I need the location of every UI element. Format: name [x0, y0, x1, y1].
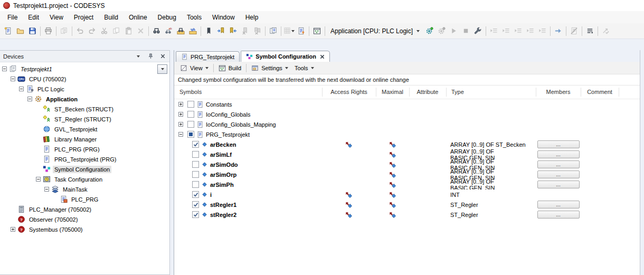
members-button[interactable]: ...	[537, 211, 580, 219]
device-tree-item-gvl-testprojekt[interactable]: GVL_Testprojekt	[0, 124, 169, 134]
messages-button[interactable]	[267, 25, 279, 37]
replace-button[interactable]: ab	[163, 25, 175, 37]
symbol-row-arsimorp[interactable]: arSimOrpARRAY [0..9] OF BASIC.GEN_SIN...	[174, 169, 640, 179]
collapse-icon[interactable]	[11, 77, 15, 81]
pin-icon[interactable]	[147, 53, 154, 60]
bookmark-clear-all-button[interactable]	[251, 25, 263, 37]
compile-button[interactable]	[283, 25, 295, 37]
menu-file[interactable]: File	[2, 12, 23, 23]
save-button[interactable]	[26, 25, 39, 37]
menu-project[interactable]: Project	[69, 12, 99, 23]
bookmark-previous-button[interactable]	[227, 25, 239, 37]
stop-button[interactable]	[460, 25, 472, 37]
column-header-attribute[interactable]: Attribute	[409, 86, 446, 99]
new-project-button[interactable]	[2, 25, 14, 37]
view-menu-button[interactable]: View	[177, 63, 212, 73]
collapse-icon[interactable]	[2, 67, 7, 71]
tab-prg-testprojekt[interactable]: PRG_Testprojekt	[176, 51, 240, 62]
redo-button[interactable]	[86, 25, 98, 37]
collapse-icon[interactable]	[178, 132, 183, 137]
column-header-members[interactable]: Members	[536, 86, 581, 99]
symbol-checkbox-unchecked[interactable]	[192, 171, 199, 178]
menu-online[interactable]: Online	[124, 12, 153, 23]
collapse-icon[interactable]	[19, 87, 24, 91]
device-tree-item-plc-prg-prg[interactable]: PLC_PRG (PRG)	[0, 144, 169, 154]
step-over-button[interactable]	[488, 25, 500, 37]
members-button[interactable]: ...	[537, 160, 580, 168]
device-tree-item-st-regler-struct[interactable]: ST_Regler (STRUCT)	[0, 114, 169, 124]
symbol-row-prg-testprojekt[interactable]: PRG_Testprojekt	[174, 129, 640, 139]
start-button[interactable]	[448, 25, 460, 37]
menu-help[interactable]: Help	[240, 12, 264, 23]
symbol-row-stregler2[interactable]: stRegler2ST_Regler...	[174, 210, 640, 220]
device-tree-item-prg-testprojekt-prg[interactable]: PRG_Testprojekt (PRG)	[0, 154, 169, 164]
step-into-button[interactable]	[500, 25, 512, 37]
symbol-row-arsimph[interactable]: arSimPhARRAY [0..9] OF BASIC.GEN_SIN...	[174, 179, 640, 189]
tab-symbol-configuration[interactable]: Symbol Configuration	[241, 51, 330, 62]
delete-button[interactable]	[135, 25, 147, 37]
symbol-row-arbecken[interactable]: arBeckenARRAY [0..9] OF ST_Becken...	[174, 139, 640, 149]
device-tree-item-testprojekt1[interactable]: Testprojekt1	[0, 64, 169, 74]
symbol-checkbox-partial[interactable]	[187, 131, 194, 138]
close-icon[interactable]	[320, 54, 325, 59]
print-button[interactable]	[42, 25, 54, 37]
menu-build[interactable]: Build	[99, 12, 124, 23]
paste-button[interactable]	[122, 25, 135, 37]
symbol-checkbox-checked[interactable]	[192, 201, 199, 208]
generate-boot-application-button[interactable]	[295, 25, 307, 37]
members-button[interactable]: ...	[537, 201, 580, 208]
expand-icon[interactable]	[178, 122, 183, 127]
step-out-button[interactable]	[512, 25, 524, 37]
copy-button[interactable]	[110, 25, 122, 37]
undo-button[interactable]	[74, 25, 86, 37]
collapse-icon[interactable]	[27, 97, 32, 101]
application-selector[interactable]: Application [CPU: PLC Logic]	[327, 25, 423, 37]
device-selector-dropdown-button[interactable]	[157, 64, 167, 74]
device-tree-item-application[interactable]: Application	[0, 94, 169, 104]
device-tree-item-library-manager[interactable]: Library Manager	[0, 134, 169, 144]
menu-edit[interactable]: Edit	[23, 12, 44, 23]
symbol-row-stregler1[interactable]: stRegler1ST_Regler...	[174, 200, 640, 210]
members-button[interactable]: ...	[537, 150, 580, 158]
device-tree-item-maintask[interactable]: MainTask	[0, 184, 169, 194]
device-tree-item-symbol-configuration[interactable]: Symbol Configuration	[0, 164, 169, 174]
members-button[interactable]: ...	[537, 140, 580, 148]
column-header-type[interactable]: Type	[446, 86, 536, 99]
symbol-checkbox-unchecked[interactable]	[187, 111, 194, 118]
cut-button[interactable]	[98, 25, 110, 37]
settings-menu-button[interactable]: Settings	[248, 63, 291, 73]
device-tree-item-plc-prg[interactable]: PLC_PRG	[0, 194, 169, 204]
open-project-button[interactable]	[14, 25, 26, 37]
bookmark-next-button[interactable]	[215, 25, 227, 37]
expand-icon[interactable]	[178, 112, 183, 117]
devices-dropdown-button[interactable]	[135, 53, 142, 60]
tools-menu-button[interactable]: Tools	[291, 64, 317, 72]
collapse-icon[interactable]	[36, 177, 41, 182]
symbol-checkbox-checked[interactable]	[192, 211, 199, 218]
device-tree-item-systembus-705000[interactable]: ?Systembus (705000)	[0, 224, 169, 234]
symbol-row-arsimodo[interactable]: arSimOdoARRAY [0..9] OF BASIC.GEN_SIN...	[174, 159, 640, 169]
set-next-statement-button[interactable]	[536, 25, 548, 37]
menu-window[interactable]: Window	[207, 12, 240, 23]
symbol-row-ioconfig-globals[interactable]: IoConfig_Globals	[174, 109, 640, 119]
device-tree-item-plc-manager-705002[interactable]: PLC_Manager (705002)	[0, 204, 169, 214]
symbol-checkbox-checked[interactable]	[192, 141, 199, 148]
symbol-checkbox-unchecked[interactable]	[192, 161, 199, 168]
devices-close-button[interactable]	[159, 53, 166, 60]
device-tree-item-cpu-705002[interactable]: CPUCPU (705002)	[0, 74, 169, 84]
column-header-symbols[interactable]: Symbols	[174, 86, 322, 99]
symbol-checkbox-unchecked[interactable]	[192, 181, 199, 188]
device-tree-item-plc-logic[interactable]: PLC Logic	[0, 84, 169, 94]
symbol-checkbox-unchecked[interactable]	[187, 101, 194, 108]
column-header-access-rights[interactable]: Access Rights	[322, 86, 376, 99]
update-check-button[interactable]	[600, 25, 612, 37]
symbol-row-ioconfig-globals-mapping[interactable]: IoConfig_Globals_Mapping	[174, 119, 640, 129]
find-in-project-button[interactable]	[175, 25, 187, 37]
bookmark-clear-button[interactable]	[239, 25, 251, 37]
bookmark-toggle-button[interactable]	[203, 25, 215, 37]
replace-in-project-button[interactable]	[187, 25, 199, 37]
expand-icon[interactable]	[11, 227, 15, 232]
members-button[interactable]: ...	[537, 181, 580, 188]
logout-button[interactable]	[435, 25, 448, 37]
copy-pages-button[interactable]	[58, 25, 70, 37]
